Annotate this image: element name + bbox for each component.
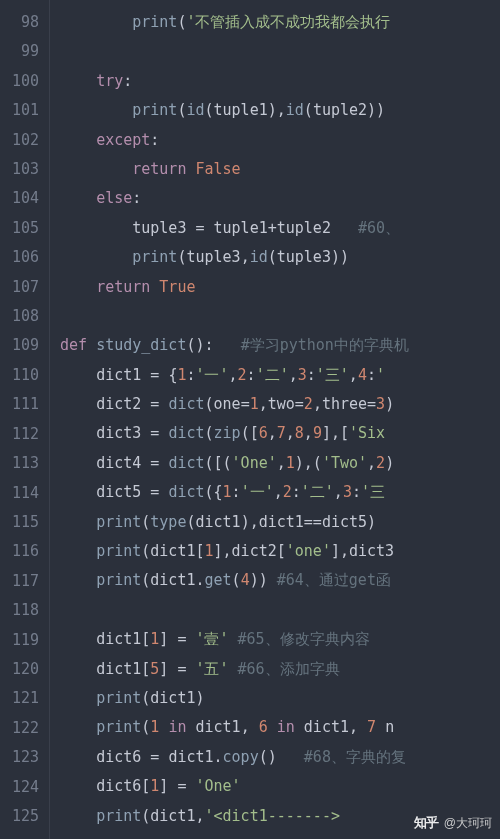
token-id: dict1 (304, 718, 349, 736)
token-op: : (367, 366, 376, 384)
code-line[interactable]: dict3 = dict(zip([6,7,8,9],['Six (60, 419, 500, 448)
line-number: 125 (6, 802, 39, 831)
line-number: 114 (6, 479, 39, 508)
token-id: dict3 (349, 542, 394, 560)
token-id: dict1 (195, 718, 240, 736)
code-line[interactable]: return False (60, 155, 500, 184)
code-line[interactable]: print(1 in dict1, 6 in dict1, 7 n (60, 713, 500, 742)
code-line[interactable]: except: (60, 126, 500, 155)
code-line[interactable] (60, 596, 500, 625)
token-id: tuple3 (277, 248, 331, 266)
token-op: , (229, 366, 238, 384)
token-com: #65、修改字典内容 (238, 630, 370, 648)
token-fn: dict (168, 424, 204, 442)
line-number: 110 (6, 361, 39, 390)
code-line[interactable]: print(dict1,'<dict1-------> (60, 802, 500, 831)
token-id: dict1 (96, 366, 141, 384)
line-number: 106 (6, 243, 39, 272)
code-line[interactable]: print(dict1.get(4)) #64、通过get函 (60, 566, 500, 595)
code-line[interactable]: dict1[5] = '五' #66、添加字典 (60, 655, 500, 684)
code-line[interactable] (60, 302, 500, 331)
code-line[interactable]: dict6 = dict1.copy() #68、字典的复 (60, 743, 500, 772)
code-line[interactable]: print(id(tuple1),id(tuple2)) (60, 96, 500, 125)
token-op: : (292, 483, 301, 501)
token-op: , (195, 807, 204, 825)
token-op: ( (232, 571, 241, 589)
code-line[interactable]: print('不管插入成不成功我都会执行 (60, 8, 500, 37)
code-line[interactable]: print(dict1) (60, 684, 500, 713)
code-line[interactable]: try: (60, 67, 500, 96)
token-id: dict1 (150, 542, 195, 560)
code-line[interactable] (60, 37, 500, 66)
token-str: '壹' (195, 630, 228, 648)
token-str: '<dict1-------> (205, 807, 340, 825)
token-kw: return (132, 160, 186, 178)
token-op: , (334, 483, 343, 501)
code-line[interactable]: else: (60, 184, 500, 213)
token-op: ) (385, 454, 394, 472)
token-id: one (214, 395, 241, 413)
token-num: 4 (358, 366, 367, 384)
token-str: 'Six (349, 424, 385, 442)
token-fn: zip (214, 424, 241, 442)
token-op: ),( (295, 454, 322, 472)
token-op: ( (304, 101, 313, 119)
token-com: #64、通过get函 (277, 571, 391, 589)
line-number: 108 (6, 302, 39, 331)
token-op: = (367, 395, 376, 413)
token-op: ([( (205, 454, 232, 472)
token-num: 1 (150, 718, 159, 736)
line-number: 101 (6, 96, 39, 125)
token-op: = (177, 660, 186, 678)
token-fn: dict (168, 395, 204, 413)
code-line[interactable]: dict2 = dict(one=1,two=2,three=3) (60, 390, 500, 419)
code-line[interactable]: print(tuple3,id(tuple3)) (60, 243, 500, 272)
token-num: 3 (376, 395, 385, 413)
code-line[interactable]: print(dict1[1],dict2['one'],dict3 (60, 537, 500, 566)
token-op: , (268, 424, 277, 442)
token-id: tuple1 (214, 101, 268, 119)
code-line[interactable]: tuple3 = tuple1+tuple2 #60、 (60, 214, 500, 243)
code-editor[interactable]: 9899100101102103104105106107108109110111… (0, 0, 500, 839)
token-op: [ (141, 777, 150, 795)
token-id: dict1 (168, 748, 213, 766)
token-kw: try (96, 72, 123, 90)
token-op: ( (141, 542, 150, 560)
token-op: = (177, 630, 186, 648)
token-op: ) (367, 513, 376, 531)
token-str: 'one' (286, 542, 331, 560)
token-num: 5 (150, 660, 159, 678)
code-line[interactable]: dict1[1] = '壹' #65、修改字典内容 (60, 625, 500, 654)
token-str: '三 (361, 483, 385, 501)
token-op: = (195, 219, 204, 237)
token-op: ( (141, 513, 150, 531)
token-id: dict1 (150, 571, 195, 589)
line-number: 112 (6, 420, 39, 449)
code-area[interactable]: print('不管插入成不成功我都会执行 try: print(id(tuple… (50, 0, 500, 839)
token-fn: type (150, 513, 186, 531)
token-op: , (259, 395, 268, 413)
code-line[interactable]: dict4 = dict([('One',1),('Two',2) (60, 449, 500, 478)
code-line[interactable]: dict6[1] = 'One' (60, 772, 500, 801)
code-line[interactable]: dict1 = {1:'一',2:'二',3:'三',4:' (60, 361, 500, 390)
token-op: )) (331, 248, 349, 266)
token-id: three (322, 395, 367, 413)
token-id: dict3 (96, 424, 141, 442)
line-number: 100 (6, 67, 39, 96)
token-kw: def (60, 336, 87, 354)
token-id: tuple3 (132, 219, 186, 237)
token-op: )) (367, 101, 385, 119)
line-number: 98 (6, 8, 39, 37)
code-line[interactable]: dict5 = dict({1:'一',2:'二',3:'三 (60, 478, 500, 507)
code-line[interactable]: return True (60, 273, 500, 302)
token-def: study_dict (96, 336, 186, 354)
token-id: n (385, 718, 394, 736)
line-number: 121 (6, 684, 39, 713)
token-op: : (352, 483, 361, 501)
line-number: 115 (6, 508, 39, 537)
code-line[interactable]: print(type(dict1),dict1==dict5) (60, 508, 500, 537)
token-str: 'One' (232, 454, 277, 472)
code-line[interactable]: def study_dict(): #学习python中的字典机 (60, 331, 500, 360)
token-op: ), (241, 513, 259, 531)
token-str: '不管插入成不成功我都会执行 (186, 13, 390, 31)
